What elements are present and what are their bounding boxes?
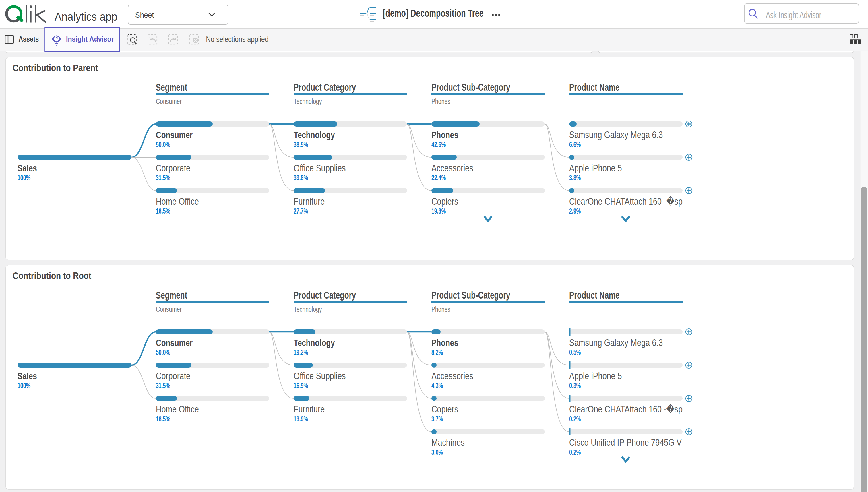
svg-text:Product Name: Product Name	[569, 289, 619, 301]
svg-text:Cisco Unified IP Phone 7945G V: Cisco Unified IP Phone 7945G V	[569, 437, 682, 447]
svg-text:Furniture: Furniture	[294, 196, 325, 206]
svg-text:Product Sub-Category: Product Sub-Category	[431, 289, 510, 301]
svg-text:Phones: Phones	[431, 338, 458, 348]
svg-text:Sheet: Sheet	[135, 11, 154, 19]
svg-text:Phones: Phones	[431, 97, 450, 105]
svg-text:[demo] Decomposition Tree: [demo] Decomposition Tree	[383, 7, 483, 19]
svg-text:Segment: Segment	[156, 289, 187, 301]
svg-text:13.9%: 13.9%	[294, 415, 308, 423]
svg-text:42.6%: 42.6%	[431, 140, 446, 149]
svg-text:Product Name: Product Name	[569, 81, 619, 93]
svg-text:31.5%: 31.5%	[156, 382, 170, 390]
svg-text:Phones: Phones	[431, 305, 450, 313]
svg-text:Contribution to Root: Contribution to Root	[13, 270, 91, 281]
svg-text:18.5%: 18.5%	[156, 415, 170, 423]
svg-text:6.6%: 6.6%	[569, 140, 581, 149]
svg-text:Consumer: Consumer	[156, 97, 182, 105]
svg-text:22.4%: 22.4%	[431, 174, 446, 182]
svg-text:27.7%: 27.7%	[294, 207, 308, 215]
svg-text:Corporate: Corporate	[156, 371, 190, 381]
svg-text:Apple iPhone 5: Apple iPhone 5	[569, 163, 622, 173]
svg-text:Office Supplies: Office Supplies	[294, 163, 346, 173]
svg-text:19.2%: 19.2%	[294, 348, 308, 356]
svg-text:Contribution to Parent: Contribution to Parent	[13, 63, 98, 73]
svg-text:31.5%: 31.5%	[156, 174, 170, 182]
svg-text:Analytics app: Analytics app	[54, 10, 117, 23]
svg-text:Sales: Sales	[18, 371, 37, 381]
svg-text:Phones: Phones	[431, 130, 458, 140]
svg-text:3.7%: 3.7%	[431, 415, 443, 423]
svg-text:Accessories: Accessories	[431, 163, 473, 173]
svg-text:Sales: Sales	[18, 163, 37, 173]
svg-text:38.5%: 38.5%	[294, 140, 308, 149]
svg-text:Technology: Technology	[294, 338, 335, 348]
svg-text:33.8%: 33.8%	[294, 174, 308, 182]
svg-text:0.5%: 0.5%	[569, 348, 581, 356]
svg-text:Segment: Segment	[156, 81, 187, 93]
svg-text:Consumer: Consumer	[156, 338, 193, 348]
svg-text:Home Office: Home Office	[156, 404, 199, 414]
svg-text:Copiers: Copiers	[431, 196, 458, 206]
svg-text:Furniture: Furniture	[294, 404, 325, 414]
svg-text:50.0%: 50.0%	[156, 140, 170, 149]
svg-text:16.9%: 16.9%	[294, 382, 308, 390]
svg-text:Consumer: Consumer	[156, 130, 193, 140]
svg-text:Accessories: Accessories	[431, 371, 473, 381]
svg-text:Samsung Galaxy Mega 6.3: Samsung Galaxy Mega 6.3	[569, 129, 663, 140]
svg-text:Technology: Technology	[294, 305, 322, 313]
svg-text:Consumer: Consumer	[156, 305, 182, 313]
svg-text:Home Office: Home Office	[156, 196, 199, 206]
svg-text:Samsung Galaxy Mega 6.3: Samsung Galaxy Mega 6.3	[569, 337, 663, 348]
svg-text:18.5%: 18.5%	[156, 207, 170, 215]
svg-text:8.2%: 8.2%	[431, 348, 443, 356]
svg-text:100%: 100%	[18, 382, 30, 390]
svg-text:0.3%: 0.3%	[569, 382, 581, 390]
svg-text:Product Sub-Category: Product Sub-Category	[431, 81, 510, 93]
svg-text:Office Supplies: Office Supplies	[294, 371, 346, 381]
svg-text:ClearOne CHATAttach 160 -�sp: ClearOne CHATAttach 160 -�sp	[569, 196, 683, 206]
svg-text:Assets: Assets	[19, 35, 39, 43]
svg-text:Product Category: Product Category	[294, 289, 356, 301]
svg-text:No selections applied: No selections applied	[206, 35, 269, 43]
svg-text:4.3%: 4.3%	[431, 382, 443, 390]
svg-text:Copiers: Copiers	[431, 404, 458, 414]
svg-text:ClearOne CHATAttach 160 -�sp: ClearOne CHATAttach 160 -�sp	[569, 403, 683, 414]
svg-text:Machines: Machines	[431, 437, 465, 447]
svg-text:Technology: Technology	[294, 130, 335, 140]
svg-text:3.0%: 3.0%	[431, 448, 443, 457]
svg-text:2.9%: 2.9%	[569, 207, 581, 215]
svg-text:3.8%: 3.8%	[569, 174, 581, 182]
svg-text:19.3%: 19.3%	[431, 207, 446, 215]
svg-text:Apple iPhone 5: Apple iPhone 5	[569, 371, 622, 381]
svg-text:0.2%: 0.2%	[569, 415, 581, 423]
svg-text:Insight Advisor: Insight Advisor	[66, 35, 114, 43]
svg-text:Ask Insight Advisor: Ask Insight Advisor	[766, 10, 821, 20]
svg-text:100%: 100%	[18, 174, 30, 182]
svg-text:0.2%: 0.2%	[569, 448, 581, 457]
svg-text:Corporate: Corporate	[156, 163, 190, 173]
svg-text:50.0%: 50.0%	[156, 348, 170, 356]
svg-text:Product Category: Product Category	[294, 81, 356, 93]
svg-text:Technology: Technology	[294, 97, 322, 105]
